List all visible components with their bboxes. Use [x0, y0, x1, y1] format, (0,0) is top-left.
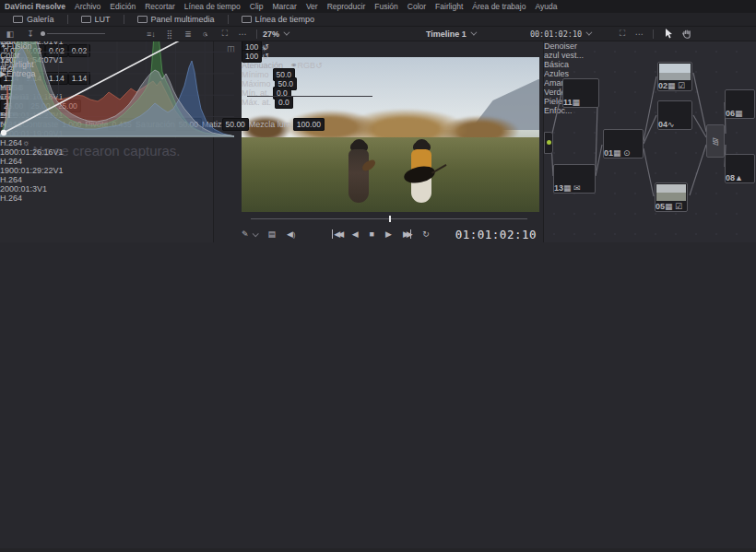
menu-item-edici-n[interactable]: Edición [110, 2, 136, 11]
node-thumbnail [605, 131, 642, 147]
menu-item-ver[interactable]: Ver [306, 2, 318, 11]
menu-item-reproducir[interactable]: Reproducir [327, 2, 366, 11]
soft-clip-field-value[interactable]: 0.0 [275, 96, 293, 109]
step-back-button[interactable]: ◀ [352, 229, 359, 239]
node-flags-icon: ▦ ✉ [563, 183, 581, 193]
galer-a-icon [13, 16, 23, 23]
media-tab-galer-a[interactable]: Galería [6, 13, 62, 26]
clip-footer: H.264 [0, 194, 64, 203]
clips-scrollbar[interactable] [0, 310, 756, 313]
clip-track: V1 [53, 166, 64, 175]
wipe-modes-icon[interactable]: ▤ [268, 229, 277, 239]
page-tab-fairlight[interactable]: ♪Fairlight [0, 60, 82, 69]
media-tab-lut[interactable]: LUT [74, 13, 118, 26]
clip-timecode: 00:01:26:16 [9, 147, 53, 157]
menu-item-recortar[interactable]: Recortar [145, 2, 175, 11]
soft-clip-field: Máx. at.0.0 [242, 98, 378, 107]
menu-item-color[interactable]: Color [408, 2, 426, 11]
clip-timecode: 00:01:29:22 [9, 166, 53, 175]
media-tab-panel-multimedia[interactable]: Panel multimedia [130, 13, 222, 26]
node-bar: 06▦ [726, 109, 754, 118]
viewer-zoom-select[interactable]: 27% [263, 29, 288, 39]
curve-slider-row: 100↺ [242, 52, 363, 61]
menu-item-davinci-resolve[interactable]: DaVinci Resolve [5, 2, 65, 11]
hand-tool-icon[interactable] [678, 29, 696, 39]
media-tab-label: Panel multimedia [151, 15, 215, 24]
expand-viewer-icon[interactable]: ⛶ [614, 29, 631, 39]
parallel-mixer-node[interactable]: ⧎ [706, 124, 725, 158]
menu-item-ayuda[interactable]: Ayuda [535, 2, 557, 11]
clip-19[interactable]: 1900:01:29:22V1H.264 [0, 166, 64, 184]
page-tab-label: Entrega [6, 69, 36, 78]
clip-20[interactable]: 2000:01:3V1H.264 [0, 184, 64, 203]
soft-clip-field-label: Mínimo [242, 70, 269, 79]
media-tab-l-nea-de-tiempo[interactable]: Línea de tiempo [234, 13, 323, 26]
list-view-icon[interactable]: ≣ [179, 29, 197, 39]
transport-controls: ✎ ▤ ◀) ◀◀ ◀ ■ ▶ ▶▶ ↻ 01:01:02:10 [214, 226, 544, 242]
page-tab-color[interactable]: Color [0, 51, 82, 60]
fullscreen-icon[interactable]: ⛶ [216, 29, 234, 39]
clip-number-badge: 19 [0, 166, 9, 175]
viewer-scrub-bar[interactable] [251, 218, 527, 219]
mute-audio-icon[interactable]: ◀) [287, 229, 295, 239]
lut-icon [81, 16, 91, 23]
grab-still-icon[interactable]: ↧ [20, 29, 41, 39]
stop-button[interactable]: ■ [370, 229, 374, 239]
media-tab-label: Línea de tiempo [255, 15, 315, 24]
viewer-timecode-main: 01:01:02:10 [455, 228, 537, 241]
clip-timecode: 00:01:3 [9, 184, 37, 194]
clip-number-badge: 20 [0, 184, 9, 194]
node-number: 13 [554, 183, 563, 193]
source-port [547, 140, 551, 145]
node-bar: 11▦ [563, 98, 598, 107]
clip-18[interactable]: 1800:01:26:16V1H.264 [0, 147, 64, 166]
soft-clip-reset-icon[interactable]: ↺ [315, 61, 323, 70]
fusión-page-icon: ✶ [0, 41, 7, 51]
grid-view-icon[interactable]: ⣿ [160, 29, 179, 39]
clip-footer: H.264 [0, 157, 64, 166]
jump-start-button[interactable]: ◀◀ [332, 229, 340, 239]
play-button[interactable]: ▶ [385, 229, 392, 239]
gallery-options-icon[interactable]: ⋯ [234, 29, 251, 39]
corrector-node-01[interactable]: 01▦ ⊙ [603, 129, 644, 159]
viewer-timecode-top[interactable]: 00:01:02:10 [530, 29, 590, 39]
sidebar-toggle-icon[interactable]: ◧ [0, 29, 20, 39]
menu-item-archivo[interactable]: Archivo [75, 2, 100, 11]
video-singer-ukulele [348, 139, 369, 203]
node-flags-icon: ▦ ☑ [667, 81, 685, 90]
thumb-size-slider[interactable] [41, 31, 105, 36]
search-icon[interactable]: ○ [197, 29, 216, 39]
corrector-node-13[interactable]: 13▦ ✉ [553, 164, 596, 194]
corrector-node-05[interactable]: 05▦ ☑ [655, 182, 688, 212]
page-tab-fusi-n[interactable]: ✶Fusión [0, 41, 82, 51]
grab-color-icon[interactable]: ✎ [242, 229, 257, 239]
corrector-node-08[interactable]: 08▲ [725, 154, 755, 183]
menu-item-l-nea-de-tiempo[interactable]: Línea de tiempo [184, 2, 241, 11]
corrector-node-06[interactable]: 06▦ [725, 89, 755, 119]
bottom-scrollbar[interactable] [0, 548, 756, 552]
soft-clip-row: Atenuación⚭RGB↺ [242, 61, 367, 70]
menu-item-clip[interactable]: Clip [250, 2, 264, 11]
jump-end-button[interactable]: ▶▶ [403, 229, 411, 239]
pointer-tool-icon[interactable] [659, 29, 678, 39]
sort-icon[interactable]: ≡↓ [142, 29, 160, 39]
page-tab-entrega[interactable]: ▶Entrega [0, 69, 82, 78]
node-flags-icon: ▦ [573, 98, 581, 107]
corrector-node-02[interactable]: 02▦ ☑ [657, 62, 692, 91]
viewer-options-icon[interactable]: ⋯ [631, 29, 647, 39]
corrector-node-04[interactable]: 04∿ [657, 100, 692, 130]
timeline-select[interactable]: Timeline 1 [426, 29, 475, 39]
corrector-node-11[interactable]: 11▦ [562, 78, 599, 108]
loop-button[interactable]: ↻ [422, 229, 430, 239]
menu-bar: DaVinci ResolveArchivoEdiciónRecortarLín… [0, 0, 756, 13]
menu-item-marcar[interactable]: Marcar [272, 2, 296, 11]
source-node[interactable] [544, 132, 553, 154]
menu-item--rea-de-trabajo[interactable]: Área de trabajo [472, 2, 526, 11]
menu-item-fusi-n[interactable]: Fusión [374, 2, 398, 11]
curve-slider-reset-icon[interactable]: ↺ [262, 52, 269, 61]
curve-slider-reset-icon[interactable]: ↺ [262, 42, 269, 52]
clip-footer: H.264 [0, 175, 64, 184]
clip-header: 2000:01:3V1 [0, 184, 64, 194]
menu-item-fairlight[interactable]: Fairlight [435, 2, 463, 11]
color-viewer-icon[interactable] [597, 29, 614, 38]
